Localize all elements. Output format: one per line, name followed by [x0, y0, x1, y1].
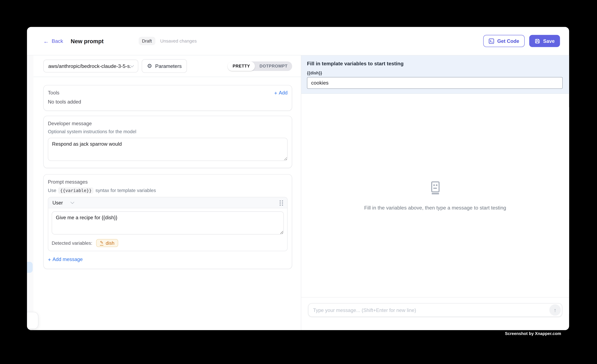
robot-face-icon [428, 180, 442, 195]
model-selector-value: aws/anthropic/bedrock-claude-3-5-s... [48, 63, 131, 69]
prompt-messages-card: Prompt messages Use {{variable}} syntax … [43, 174, 292, 269]
back-button[interactable]: ← Back [43, 38, 63, 44]
send-button[interactable]: ↑ [549, 304, 561, 316]
test-panel: Fill in template variables to start test… [301, 55, 569, 330]
variable-dish-label: {{dish}} [307, 71, 563, 75]
parameters-button[interactable]: ⚙ Parameters [142, 59, 187, 73]
terminal-icon [488, 38, 494, 44]
chevron-down-icon [130, 64, 134, 67]
variable-dish-input[interactable] [307, 77, 563, 89]
developer-message-title: Developer message [48, 121, 288, 126]
prompt-messages-title: Prompt messages [48, 179, 288, 185]
tools-empty-text: No tools added [48, 99, 288, 105]
message-block: User Give me a recipe for {{dish}} Detec… [48, 197, 288, 251]
parameters-label: Parameters [155, 63, 182, 69]
empty-state-text: Fill in the variables above, then type a… [364, 205, 506, 211]
sidebar-popover-sliver [27, 312, 38, 329]
prompt-messages-subtitle: Use {{variable}} syntax for template var… [48, 187, 288, 194]
message-header: User [48, 197, 287, 208]
plus-icon: + [48, 257, 51, 262]
prompt-editor-window: ← Back New prompt Draft Unsaved changes … [27, 27, 569, 330]
detected-variables-row: Detected variables: ✎ dish [52, 239, 284, 247]
editor-toolbar: aws/anthropic/bedrock-claude-3-5-s... ⚙ … [27, 55, 301, 77]
tools-card: Tools + Add No tools added [43, 85, 292, 111]
template-variables-title: Fill in template variables to start test… [307, 61, 563, 66]
variable-syntax-chip: {{variable}} [58, 187, 94, 194]
model-selector[interactable]: aws/anthropic/bedrock-claude-3-5-s... [43, 60, 138, 73]
chat-input-bar: ↑ [301, 297, 569, 330]
chevron-down-icon [71, 200, 74, 204]
variable-badge-dish[interactable]: ✎ dish [96, 239, 118, 247]
sidebar-active-item-sliver[interactable] [27, 262, 33, 273]
add-tool-button[interactable]: + Add [274, 90, 288, 96]
developer-message-subtitle: Optional system instructions for the mod… [48, 129, 288, 134]
save-label: Save [543, 38, 555, 44]
chat-message-input[interactable] [313, 307, 549, 313]
back-arrow-icon: ← [43, 38, 49, 44]
plus-icon: + [274, 90, 277, 95]
get-code-button[interactable]: Get Code [483, 35, 525, 47]
developer-message-textarea[interactable]: Respond as jack sparrow would [48, 138, 288, 161]
editor-panel: aws/anthropic/bedrock-claude-3-5-s... ⚙ … [27, 55, 301, 330]
subtitle-prefix: Use [48, 188, 56, 193]
tools-title: Tools [48, 90, 59, 96]
page-title: New prompt [71, 38, 104, 44]
sidebar-edge-strip [27, 55, 33, 330]
screenshot-stage: ← Back New prompt Draft Unsaved changes … [0, 0, 597, 364]
developer-message-card: Developer message Optional system instru… [43, 116, 292, 168]
variable-badge-label: dish [106, 240, 114, 246]
drag-handle-icon[interactable] [279, 200, 283, 206]
save-button[interactable]: Save [529, 35, 560, 47]
header-bar: ← Back New prompt Draft Unsaved changes … [27, 27, 569, 55]
chat-empty-area: Fill in the variables above, then type a… [301, 94, 569, 297]
message-role-select[interactable]: User [52, 200, 74, 205]
arrow-up-icon: ↑ [554, 307, 557, 313]
header-actions: Get Code Save [483, 35, 560, 47]
gear-icon: ⚙ [147, 63, 152, 69]
pencil-icon: ✎ [100, 241, 103, 245]
save-icon [534, 38, 540, 44]
subtitle-suffix: syntax for template variables [95, 188, 156, 193]
toggle-option-pretty[interactable]: PRETTY [228, 61, 255, 71]
add-message-label: Add message [53, 257, 83, 262]
back-label: Back [52, 38, 63, 44]
get-code-label: Get Code [497, 38, 519, 44]
template-variables-bar: Fill in template variables to start test… [301, 55, 569, 94]
toggle-option-dotprompt[interactable]: DOTPROMPT [255, 61, 292, 71]
xnapper-watermark: Screenshot by Xnapper.com [505, 331, 561, 336]
message-body: Give me a recipe for {{dish}} Detected v… [48, 208, 287, 251]
add-message-button[interactable]: + Add message [48, 257, 83, 262]
detected-variables-label: Detected variables: [52, 240, 92, 246]
message-role-value: User [52, 200, 63, 205]
main-split: aws/anthropic/bedrock-claude-3-5-s... ⚙ … [27, 55, 569, 330]
add-tool-label: Add [279, 90, 288, 96]
editor-content: Tools + Add No tools added Developer mes… [27, 77, 301, 269]
unsaved-changes-text: Unsaved changes [160, 38, 197, 44]
view-mode-toggle: PRETTY DOTPROMPT [228, 61, 292, 71]
message-textarea[interactable]: Give me a recipe for {{dish}} [52, 212, 284, 235]
status-badge: Draft [139, 37, 155, 45]
chat-input-wrap: ↑ [308, 303, 562, 317]
